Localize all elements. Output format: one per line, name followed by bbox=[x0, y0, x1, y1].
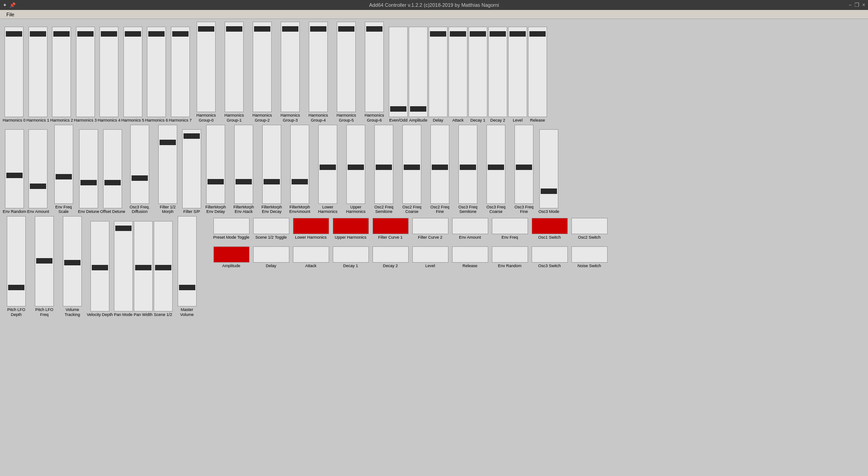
slider-item[interactable]: Pitch LFO Freq bbox=[31, 216, 58, 317]
slider-item[interactable]: Harmonics Group-3 bbox=[277, 22, 304, 123]
switch-item[interactable]: Scene 1/2 Toggle bbox=[253, 218, 289, 240]
slider-item[interactable]: Harmonics 0 bbox=[3, 27, 26, 123]
switch-item[interactable]: Env Amount bbox=[452, 218, 488, 240]
row2-sliders: Env RandomEnv AmountEnv Freq ScaleEnv De… bbox=[3, 125, 865, 215]
switch-item[interactable]: Decay 2 bbox=[373, 246, 409, 269]
slider-item[interactable]: Env Freq Scale bbox=[50, 125, 77, 215]
slider-item[interactable]: Osc3 Freq Semitone bbox=[454, 125, 481, 215]
switch-item[interactable]: Filter Curve 1 bbox=[373, 218, 409, 240]
switch-item[interactable]: Env Random bbox=[492, 246, 528, 269]
switch-item[interactable]: Level bbox=[412, 246, 448, 269]
minimize-button[interactable]: − bbox=[849, 2, 852, 8]
switch-item[interactable]: Osc1 Switch bbox=[532, 218, 568, 240]
slider-item[interactable]: Osc3 Freq. Diffusion bbox=[126, 125, 153, 215]
switch-item[interactable]: Osc2 Switch bbox=[571, 218, 608, 240]
slider-item[interactable]: Even/Odd bbox=[389, 27, 408, 123]
slider-item[interactable]: Amplitude bbox=[409, 27, 428, 123]
menu-bar: File bbox=[0, 10, 868, 19]
slider-item[interactable]: Master Volume bbox=[174, 216, 201, 317]
slider-item[interactable]: Harmonics Group-0 bbox=[193, 22, 220, 123]
slider-item[interactable]: Attack bbox=[448, 27, 467, 123]
slider-item[interactable]: Harmonics Group-1 bbox=[221, 22, 248, 123]
slider-item[interactable]: Decay 2 bbox=[488, 27, 507, 123]
slider-item[interactable]: Osc3 Freq Fine bbox=[510, 125, 538, 215]
slider-item[interactable]: FilterMorph Env Atack bbox=[230, 125, 257, 215]
slider-item[interactable]: Level bbox=[508, 27, 527, 123]
slider-item[interactable]: FilterMorph Env Decay bbox=[258, 125, 285, 215]
slider-item[interactable]: Harmonics Group-4 bbox=[305, 22, 332, 123]
switch-item[interactable]: Noise Switch bbox=[571, 246, 608, 269]
close-button[interactable]: × bbox=[862, 2, 865, 8]
slider-item[interactable]: Osc2 Freq Semitone bbox=[370, 125, 397, 215]
slider-item[interactable]: Osc2 Freq Coarse bbox=[398, 125, 425, 215]
slider-item[interactable]: FilterMorph Env Delay bbox=[202, 125, 229, 215]
switch-row-1: Preset Mode ToggleScene 1/2 ToggleLower … bbox=[213, 216, 608, 242]
restore-button[interactable]: ❐ bbox=[854, 2, 859, 8]
switch-item[interactable]: Lower Harmonics bbox=[293, 218, 329, 240]
slider-item[interactable]: Harmonics 6 bbox=[145, 27, 168, 123]
switch-item[interactable]: Attack bbox=[293, 246, 329, 269]
slider-item[interactable]: Upper Harmonics bbox=[342, 125, 369, 215]
slider-item[interactable]: Harmonics Group-2 bbox=[249, 22, 276, 123]
slider-item[interactable]: Harmonics 2 bbox=[50, 27, 73, 123]
slider-item[interactable]: Filter 1/2 Morph bbox=[154, 125, 181, 215]
slider-item[interactable]: Filter S/P bbox=[182, 129, 201, 214]
title-bar: ✦ 📌 Add64 Controller v.1.2.2 (c)2018-201… bbox=[0, 0, 868, 10]
slider-item[interactable]: Env Random bbox=[3, 129, 26, 214]
switch-item[interactable]: Filter Curve 2 bbox=[412, 218, 448, 240]
app-title: Add64 Controller v.1.2.2 (c)2018-2019 by… bbox=[369, 2, 499, 8]
slider-item[interactable]: Offset Detune bbox=[100, 129, 125, 214]
slider-item[interactable]: Env Detune bbox=[78, 129, 99, 214]
switch-row-2: AmplitudeDelayAttackDecay 1Decay 2LevelR… bbox=[213, 245, 608, 270]
switch-item[interactable]: Release bbox=[452, 246, 488, 269]
slider-item[interactable]: Velocity Depth bbox=[87, 221, 113, 317]
slider-item[interactable]: Pitch LFO Depth bbox=[3, 216, 30, 317]
slider-item[interactable]: Lower Harmonics bbox=[314, 125, 341, 215]
file-menu[interactable]: File bbox=[4, 12, 17, 17]
slider-item[interactable]: Harmonics 7 bbox=[169, 27, 192, 123]
slider-item[interactable]: Osc2 Freq Fine bbox=[426, 125, 453, 215]
slider-item[interactable]: Delay bbox=[429, 27, 448, 123]
slider-item[interactable]: Decay 1 bbox=[468, 27, 487, 123]
slider-item[interactable]: Osc3 Freq Coarse bbox=[482, 125, 509, 215]
switch-item[interactable]: Osc3 Switch bbox=[532, 246, 568, 269]
switch-item[interactable]: Delay bbox=[253, 246, 289, 269]
slider-item[interactable]: Scene 1/2 bbox=[154, 221, 173, 317]
slider-item[interactable]: Harmonics 3 bbox=[74, 27, 97, 123]
row1-sliders: Harmonics 0Harmonics 1Harmonics 2Harmoni… bbox=[3, 22, 865, 123]
slider-item[interactable]: FilterMorph EnvAmount bbox=[286, 125, 313, 215]
switch-item[interactable]: Amplitude bbox=[213, 246, 250, 269]
slider-item[interactable]: Release bbox=[528, 27, 547, 123]
pin-icon: 📌 bbox=[9, 2, 16, 8]
slider-item[interactable]: Pan Width bbox=[134, 221, 153, 317]
slider-item[interactable]: Harmonics 1 bbox=[27, 27, 50, 123]
slider-item[interactable]: Osc3 Mode bbox=[538, 129, 559, 214]
row3-sliders: Pitch LFO DepthPitch LFO FreqVolume Trac… bbox=[3, 216, 201, 317]
switch-item[interactable]: Preset Mode Toggle bbox=[213, 218, 250, 240]
slider-item[interactable]: Harmonics 5 bbox=[122, 27, 145, 123]
switch-item[interactable]: Decay 1 bbox=[333, 246, 369, 269]
slider-item[interactable]: Env Amount bbox=[27, 129, 49, 214]
switch-item[interactable]: Upper Harmonics bbox=[333, 218, 369, 240]
switch-item[interactable]: Env Freq bbox=[492, 218, 528, 240]
slider-item[interactable]: Harmonics 4 bbox=[98, 27, 121, 123]
app-icon: ✦ bbox=[3, 2, 7, 8]
slider-item[interactable]: Pan Mode bbox=[114, 221, 133, 317]
slider-item[interactable]: Volume Tracking bbox=[59, 216, 86, 317]
slider-item[interactable]: Harmonics Group-5 bbox=[333, 22, 360, 123]
slider-item[interactable]: Harmonics Group-6 bbox=[361, 22, 388, 123]
